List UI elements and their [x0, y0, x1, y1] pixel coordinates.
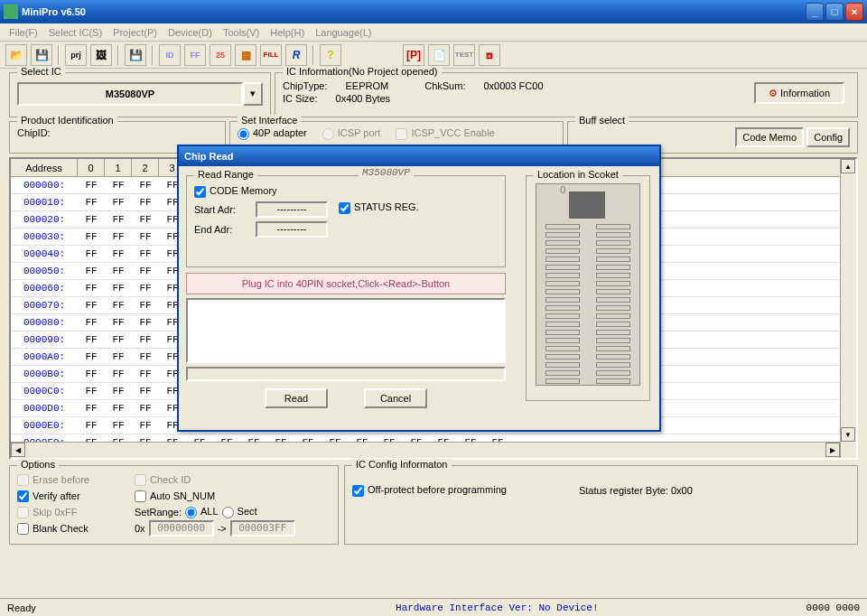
doc-icon[interactable]: 📄	[428, 44, 450, 66]
scroll-left-icon[interactable]: ◀	[11, 443, 25, 457]
scroll-down-icon[interactable]: ▼	[841, 427, 855, 442]
fill-icon[interactable]: FILL	[260, 44, 282, 66]
25-icon[interactable]: 25	[210, 44, 231, 66]
help-icon[interactable]: ?	[320, 44, 341, 66]
check-verify-after[interactable]: Verify after	[17, 490, 135, 502]
chip-icon[interactable]: ⧈	[479, 44, 500, 66]
hex-byte[interactable]: FF	[78, 383, 105, 399]
menu-project[interactable]: Project(P)	[107, 25, 163, 40]
select-ic-dropdown-button[interactable]: ▾	[243, 82, 263, 106]
radio-40p-adapter[interactable]: 40P adapter	[238, 127, 307, 138]
hex-byte[interactable]: FF	[105, 400, 132, 416]
hex-byte[interactable]: FF	[132, 229, 159, 245]
socket-pin	[545, 232, 580, 238]
check-code-memory[interactable]: CODE Memory	[194, 185, 277, 196]
hex-byte[interactable]: FF	[132, 400, 159, 416]
check-erase-before[interactable]: Erase before	[17, 474, 135, 486]
horizontal-scrollbar[interactable]: ◀ ▶	[11, 442, 840, 458]
hex-byte[interactable]: FF	[78, 280, 105, 296]
disk-icon[interactable]: 💾	[125, 44, 146, 66]
hex-byte[interactable]: FF	[105, 194, 132, 210]
menu-language[interactable]: Language(L)	[310, 25, 377, 40]
maximize-button[interactable]: □	[825, 3, 844, 21]
hex-byte[interactable]: FF	[78, 229, 105, 245]
check-auto-sn[interactable]: Auto SN_NUM	[135, 490, 252, 502]
vertical-scrollbar[interactable]: ▲ ▼	[840, 159, 856, 458]
hex-byte[interactable]: FF	[105, 314, 132, 331]
hex-byte[interactable]: FF	[105, 331, 132, 348]
hex-byte[interactable]: FF	[105, 211, 132, 228]
menu-file[interactable]: File(F)	[4, 25, 43, 40]
ff-icon[interactable]: FF	[184, 44, 206, 66]
hex-byte[interactable]: FF	[78, 366, 105, 382]
start-adr-value: ---------	[256, 201, 328, 218]
hex-byte[interactable]: FF	[78, 417, 105, 434]
code-memo-button[interactable]: Code Memo	[735, 127, 804, 147]
hex-byte[interactable]: FF	[105, 366, 132, 382]
hex-byte[interactable]: FF	[78, 194, 105, 210]
hex-byte[interactable]: FF	[132, 177, 159, 193]
information-button[interactable]: ⚙ Information	[754, 82, 844, 104]
cancel-button[interactable]: Cancel	[364, 388, 427, 408]
scroll-up-icon[interactable]: ▲	[841, 159, 855, 173]
p-icon[interactable]: [P]	[403, 44, 424, 66]
test-icon[interactable]: TEST	[453, 44, 475, 66]
hex-byte[interactable]: FF	[78, 177, 105, 193]
hex-byte[interactable]: FF	[105, 177, 132, 193]
radio-all[interactable]: ALL	[185, 506, 219, 518]
minimize-button[interactable]: _	[806, 3, 824, 21]
hex-byte[interactable]: FF	[78, 297, 105, 313]
scroll-right-icon[interactable]: ▶	[825, 443, 840, 457]
pic-icon[interactable]: 🖼	[90, 44, 112, 66]
hex-byte[interactable]: FF	[105, 417, 132, 434]
hex-byte[interactable]: FF	[78, 349, 105, 365]
menu-help[interactable]: Help(H)	[265, 25, 310, 40]
hex-byte[interactable]: FF	[132, 280, 159, 296]
hex-byte[interactable]: FF	[105, 383, 132, 399]
hex-byte[interactable]: FF	[132, 297, 159, 313]
hex-byte[interactable]: FF	[105, 349, 132, 365]
radio-icsp-port[interactable]: ICSP port	[322, 127, 381, 138]
radio-sect[interactable]: Sect	[222, 506, 257, 518]
id-icon[interactable]: ID	[159, 44, 181, 66]
hex-byte[interactable]: FF	[132, 383, 159, 399]
menu-select-ic[interactable]: Select IC(S)	[43, 25, 107, 40]
hex-byte[interactable]: FF	[78, 331, 105, 348]
check-blank-check[interactable]: Blank Check	[17, 523, 135, 535]
hex-byte[interactable]: FF	[105, 229, 132, 245]
hex-byte[interactable]: FF	[132, 246, 159, 262]
hex-byte[interactable]: FF	[132, 211, 159, 228]
open-icon[interactable]: 📂	[5, 44, 27, 66]
menu-device[interactable]: Device(D)	[163, 25, 218, 40]
read-button[interactable]: Read	[265, 388, 328, 408]
r-icon[interactable]: R	[285, 44, 307, 66]
hex-byte[interactable]: FF	[78, 246, 105, 262]
hex-byte[interactable]: FF	[105, 263, 132, 279]
save-icon[interactable]: 💾	[31, 44, 52, 66]
check-status-reg[interactable]: STATUS REG.	[339, 201, 419, 212]
hex-byte[interactable]: FF	[132, 366, 159, 382]
check-off-protect[interactable]: Off-protect before programming	[352, 484, 507, 497]
hex-byte[interactable]: FF	[132, 331, 159, 348]
hex-byte[interactable]: FF	[105, 297, 132, 313]
hex-byte[interactable]: FF	[78, 263, 105, 279]
socket-pin	[596, 305, 630, 311]
hex-byte[interactable]: FF	[78, 314, 105, 331]
hex-byte[interactable]: FF	[105, 246, 132, 262]
hex-byte[interactable]: FF	[105, 280, 132, 296]
grid-icon[interactable]: ▦	[235, 44, 256, 66]
close-button[interactable]: ×	[845, 3, 863, 21]
check-check-id[interactable]: Check ID	[135, 474, 252, 486]
hex-byte[interactable]: FF	[132, 417, 159, 434]
check-skip-ff[interactable]: Skip 0xFF	[17, 507, 135, 518]
hex-byte[interactable]: FF	[132, 314, 159, 331]
hex-byte[interactable]: FF	[132, 194, 159, 210]
prj-icon[interactable]: prj	[65, 44, 87, 66]
menu-tools[interactable]: Tools(V)	[218, 25, 265, 40]
config-button[interactable]: Config	[806, 127, 850, 147]
hex-byte[interactable]: FF	[78, 400, 105, 416]
hex-byte[interactable]: FF	[132, 263, 159, 279]
check-icsp-vcc[interactable]: ICSP_VCC Enable	[396, 127, 494, 138]
hex-byte[interactable]: FF	[78, 211, 105, 228]
hex-byte[interactable]: FF	[132, 349, 159, 365]
